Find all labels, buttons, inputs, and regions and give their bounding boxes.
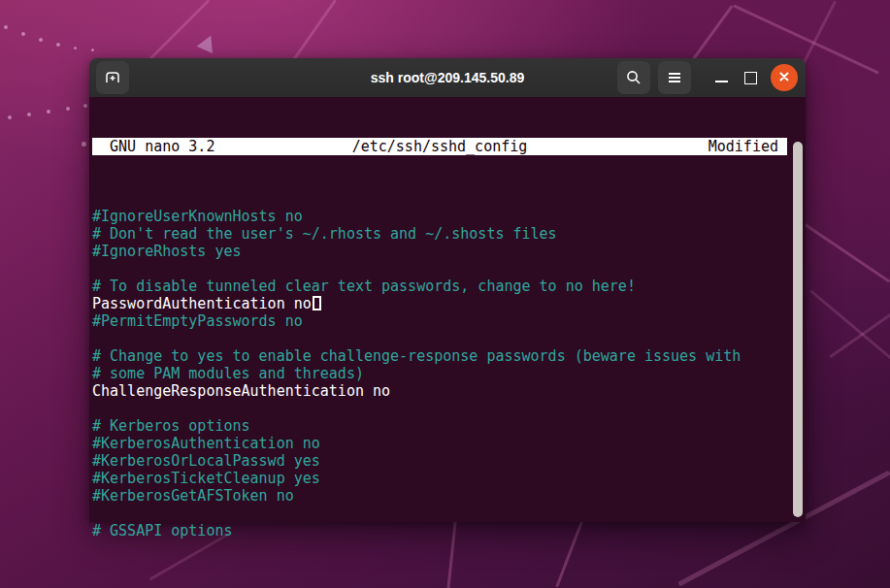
editor-line: ChallengeResponseAuthentication no [92, 382, 787, 400]
wallpaper-dot [8, 115, 12, 119]
editor-line: # Don't read the user's ~/.rhosts and ~/… [92, 225, 787, 243]
editor-line: # some PAM modules and threads) [92, 365, 787, 382]
editor-line: #PermitEmptyPasswords no [92, 312, 787, 330]
wallpaper-dot [47, 110, 50, 114]
editor-line [92, 539, 787, 557]
nano-titlebar: GNU nano 3.2 /etc/ssh/sshd_config Modifi… [92, 138, 787, 155]
wallpaper-triangle [197, 32, 219, 53]
editor-line: #IgnoreRhosts yes [92, 243, 787, 260]
new-tab-button[interactable] [96, 61, 129, 94]
menu-button[interactable] [658, 61, 691, 94]
wallpaper-dot [39, 38, 43, 42]
wallpaper-dot [56, 43, 60, 47]
search-button[interactable] [617, 61, 650, 94]
editor-line: # GSSAPI options [92, 522, 787, 539]
terminal-window: ssh root@209.145.50.89 [89, 58, 806, 522]
terminal-scrollbar[interactable] [793, 142, 803, 517]
titlebar[interactable]: ssh root@209.145.50.89 [89, 58, 806, 98]
wallpaper-dot [66, 107, 70, 111]
minimize-icon [715, 81, 728, 82]
wallpaper-dot [82, 142, 86, 147]
editor-lines: #IgnoreUserKnownHosts no# Don't read the… [92, 190, 787, 557]
wallpaper-dot [27, 113, 31, 116]
editor-line [92, 330, 787, 347]
window-title: ssh root@209.145.50.89 [371, 70, 524, 85]
minimize-button[interactable] [707, 61, 736, 94]
terminal-content[interactable]: GNU nano 3.2 /etc/ssh/sshd_config Modifi… [89, 97, 806, 522]
wallpaper-line [809, 290, 890, 374]
editor-line [92, 260, 787, 278]
editor-line: # Kerberos options [92, 417, 787, 435]
scrollbar-thumb[interactable] [793, 142, 803, 517]
search-icon [625, 69, 643, 86]
editor-line: #KerberosAuthentication no [92, 435, 787, 452]
editor-line [92, 400, 787, 417]
editor-line: #KerberosTicketCleanup yes [92, 470, 787, 487]
editor-line: PasswordAuthentication no [92, 295, 787, 312]
new-tab-icon [103, 68, 122, 87]
text-cursor [313, 296, 321, 310]
close-icon [777, 70, 791, 86]
hamburger-menu-icon [667, 71, 682, 84]
editor-line [92, 190, 787, 208]
editor-line: # Change to yes to enable challenge-resp… [92, 347, 787, 365]
editor-line: #KerberosOrLocalPasswd yes [92, 452, 787, 470]
wallpaper-dot [4, 25, 8, 29]
editor-line: #KerberosGetAFSToken no [92, 487, 787, 505]
maximize-button[interactable] [736, 61, 765, 94]
nano-modified-status: Modified [709, 138, 778, 155]
wallpaper-line [801, 221, 890, 283]
editor-line: #IgnoreUserKnownHosts no [92, 208, 787, 225]
wallpaper-dot [74, 47, 77, 49]
wallpaper-dot [83, 104, 87, 108]
editor-line: # To disable tunneled clear text passwor… [92, 278, 787, 295]
nano-version: GNU nano 3.2 [110, 138, 214, 155]
close-button[interactable] [771, 64, 798, 91]
wallpaper-dot [91, 49, 94, 51]
nano-filename: /etc/ssh/sshd_config [352, 138, 528, 155]
editor-line [92, 505, 787, 522]
wallpaper-dot [21, 32, 25, 36]
maximize-icon [744, 72, 757, 84]
